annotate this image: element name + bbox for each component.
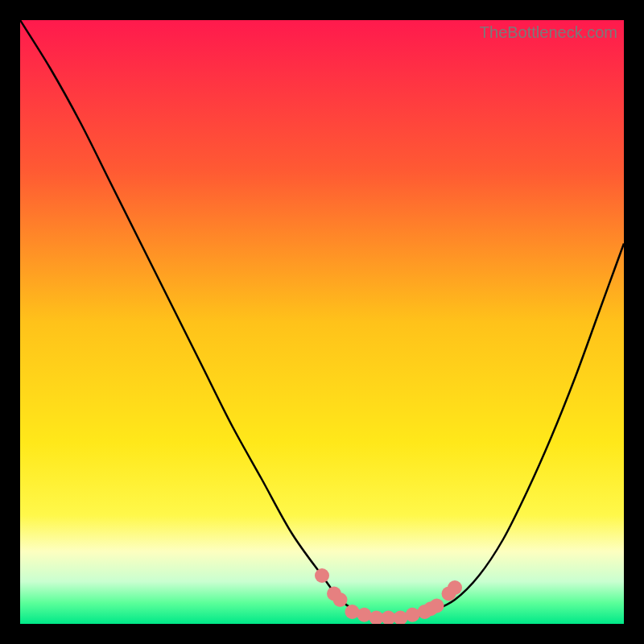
chart-frame: TheBottleneck.com	[20, 20, 624, 624]
bottleneck-curve-plot	[20, 20, 624, 624]
marker-dot	[315, 568, 329, 583]
marker-dot	[406, 608, 420, 622]
marker-dot	[333, 592, 348, 607]
marker-dot	[357, 608, 372, 622]
marker-dot	[430, 599, 444, 613]
watermark-text: TheBottleneck.com	[480, 23, 617, 42]
marker-dot	[448, 580, 462, 595]
gradient-background	[20, 20, 624, 624]
marker-dot	[345, 605, 360, 619]
